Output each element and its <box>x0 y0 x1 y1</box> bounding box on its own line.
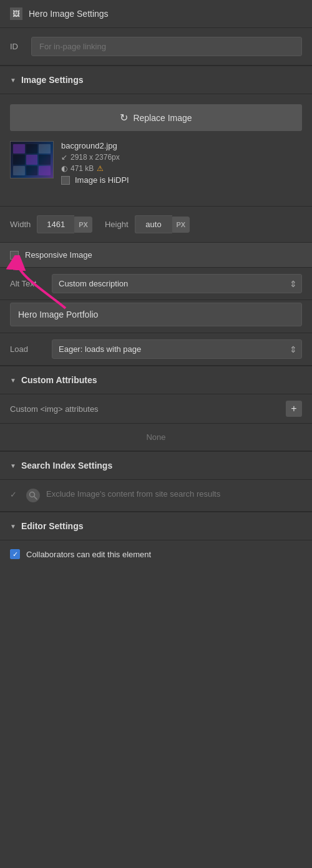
search-check-icon: ✓ <box>10 490 20 499</box>
none-label: None <box>0 424 312 451</box>
editor-settings-label: Editor Settings <box>21 521 84 531</box>
custom-attr-section-header[interactable]: ▼ Custom Attributes <box>0 366 312 394</box>
width-input-wrap: PX <box>37 215 92 233</box>
load-label: Load <box>10 344 44 354</box>
replace-icon: ↻ <box>120 112 128 124</box>
resize-icon: ↙ <box>61 153 67 162</box>
replace-image-label: Replace Image <box>133 113 192 123</box>
image-details: bacground2.jpg ↙ 2918 x 2376px ◐ 471 kB … <box>61 141 129 187</box>
alt-text-select[interactable]: Custom description None <box>52 274 302 293</box>
responsive-section: Responsive Image <box>0 243 312 268</box>
alt-text-select-wrap: Custom description None ⇕ <box>52 274 302 293</box>
editor-settings-chevron-icon: ▼ <box>10 523 16 530</box>
load-select[interactable]: Eager: loads with page Lazy: loads on sc… <box>52 339 302 359</box>
custom-attr-section-label: Custom Attributes <box>21 375 97 385</box>
collab-row[interactable]: ✓ Collaborators can edit this element <box>10 549 302 559</box>
replace-image-button[interactable]: ↻ Replace Image <box>10 104 302 131</box>
width-unit: PX <box>74 217 92 233</box>
collab-checkbox[interactable]: ✓ <box>10 549 20 559</box>
alt-text-label: Alt Text <box>10 279 44 288</box>
attr-label: Custom <img> attributes <box>10 404 99 414</box>
image-settings-section-header[interactable]: ▼ Image Settings <box>0 66 312 94</box>
height-label: Height <box>105 220 129 229</box>
collab-label: Collaborators can edit this element <box>26 550 151 559</box>
svg-line-1 <box>34 497 37 500</box>
search-option-text: Exclude Image's content from site search… <box>46 489 220 500</box>
hidpi-checkbox[interactable] <box>61 176 70 185</box>
load-select-wrap: Eager: loads with page Lazy: loads on sc… <box>52 339 302 359</box>
height-unit: PX <box>172 217 190 233</box>
id-input[interactable] <box>31 37 302 56</box>
hero-image-text-input[interactable] <box>10 303 302 326</box>
warning-icon: ⚠ <box>97 164 104 173</box>
size-icon: ◐ <box>61 164 67 173</box>
image-size: ◐ 471 kB ⚠ <box>61 164 129 173</box>
editor-settings-body: ✓ Collaborators can edit this element <box>0 540 312 568</box>
responsive-checkbox[interactable] <box>10 251 19 260</box>
alt-text-row: Alt Text Custom description None ⇕ <box>0 268 312 300</box>
panel-header: 🖼 Hero Image Settings <box>0 0 312 28</box>
id-label: ID <box>10 42 22 51</box>
responsive-label: Responsive Image <box>25 250 92 260</box>
image-dims: ↙ 2918 x 2376px <box>61 153 129 162</box>
custom-attr-header: Custom <img> attributes + <box>0 394 312 424</box>
hidpi-row[interactable]: Image is HiDPI <box>61 175 129 185</box>
image-filename: bacground2.jpg <box>61 141 129 150</box>
hidpi-label: Image is HiDPI <box>75 175 129 185</box>
image-settings-label: Image Settings <box>21 75 84 85</box>
editor-settings-section-header[interactable]: ▼ Editor Settings <box>0 512 312 540</box>
width-label: Width <box>10 220 31 229</box>
width-input[interactable] <box>37 215 74 233</box>
load-row: Load Eager: loads with page Lazy: loads … <box>0 333 312 366</box>
responsive-row[interactable]: Responsive Image <box>0 243 312 268</box>
image-thumbnail <box>10 141 54 178</box>
add-attr-button[interactable]: + <box>286 401 302 417</box>
image-info-row: bacground2.jpg ↙ 2918 x 2376px ◐ 471 kB … <box>10 141 302 187</box>
hero-text-row <box>0 300 312 333</box>
panel-header-icon: 🖼 <box>10 7 22 20</box>
search-index-section-header[interactable]: ▼ Search Index Settings <box>0 451 312 480</box>
search-icon <box>26 489 40 502</box>
id-row: ID <box>0 28 312 66</box>
image-settings-body: ↻ Replace Image bacground2.jpg <box>0 94 312 206</box>
search-index-chevron-icon: ▼ <box>10 462 16 469</box>
custom-attr-chevron-icon: ▼ <box>10 377 16 384</box>
dimensions-row: Width PX Height PX <box>0 206 312 243</box>
height-input[interactable] <box>135 215 172 233</box>
search-option-row: ✓ Exclude Image's content from site sear… <box>10 489 302 502</box>
height-input-wrap: PX <box>135 215 190 233</box>
panel-title: Hero Image Settings <box>29 9 109 19</box>
search-index-body: ✓ Exclude Image's content from site sear… <box>0 480 312 512</box>
chevron-icon: ▼ <box>10 77 16 84</box>
search-index-label: Search Index Settings <box>21 461 112 471</box>
